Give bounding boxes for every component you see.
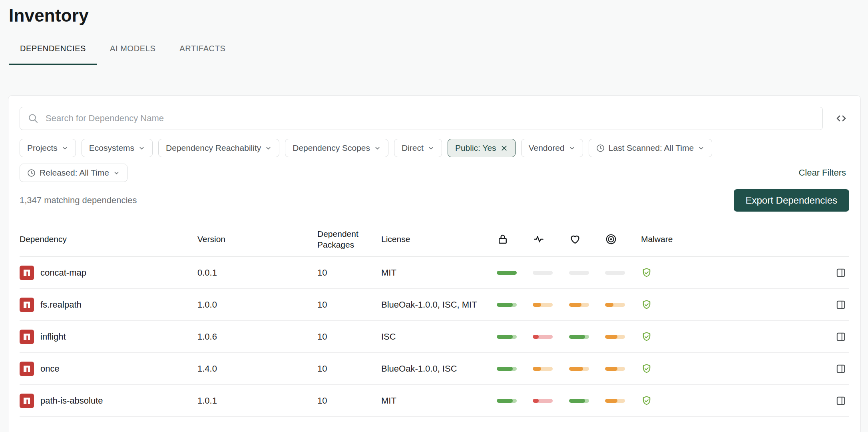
score-bar	[605, 367, 625, 371]
open-side-panel-icon[interactable]	[836, 332, 846, 342]
action-cell	[697, 364, 849, 374]
dependent-packages-cell: 10	[317, 331, 381, 343]
filter-chip-public-yes[interactable]: Public: Yes	[448, 139, 516, 157]
search-row	[20, 107, 849, 130]
action-cell	[697, 396, 849, 406]
clear-filters-link[interactable]: Clear Filters	[798, 168, 846, 178]
remove-filter-icon[interactable]	[500, 144, 508, 152]
malware-cell	[633, 299, 697, 310]
table-body: concat-map0.0.110MITfs.realpath1.0.010Bl…	[20, 257, 849, 417]
open-side-panel-icon[interactable]	[836, 396, 846, 406]
chevron-down-icon	[62, 145, 68, 152]
score-bar	[533, 367, 553, 371]
code-query-icon[interactable]	[835, 112, 848, 125]
filter-chip-dependency-reachability[interactable]: Dependency Reachability	[158, 139, 279, 157]
open-side-panel-icon[interactable]	[836, 268, 846, 278]
shield-check-icon	[641, 331, 652, 342]
dependency-name: fs.realpath	[40, 299, 82, 311]
table-row-once[interactable]: once1.4.010BlueOak-1.0.0, ISC	[20, 353, 849, 385]
search-input[interactable]	[45, 113, 815, 124]
open-side-panel-icon[interactable]	[836, 300, 846, 310]
table-row-path-is-absolute[interactable]: path-is-absolute1.0.110MIT	[20, 385, 849, 417]
score-bar	[497, 399, 517, 403]
score-bar	[533, 399, 553, 403]
chevron-down-icon	[113, 170, 120, 176]
col-header-quality	[525, 233, 561, 245]
npm-icon	[20, 298, 34, 312]
version-cell: 1.0.0	[197, 299, 317, 311]
filter-chip-dependency-scopes[interactable]: Dependency Scopes	[285, 139, 388, 157]
table-row-concat-map[interactable]: concat-map0.0.110MIT	[20, 257, 849, 289]
score-cell-green	[488, 335, 525, 339]
npm-icon	[20, 266, 34, 280]
dependency-name: concat-map	[40, 267, 86, 279]
score-bar	[569, 303, 589, 307]
score-bar	[569, 335, 589, 339]
col-header-malware: Malware	[633, 234, 697, 244]
filter-chip-label: Public: Yes	[455, 143, 496, 153]
filter-row-2-wrap: Released: All Time Clear Filters	[20, 164, 849, 182]
dependent-packages-cell: 10	[317, 363, 381, 375]
malware-cell	[633, 395, 697, 406]
score-bar	[497, 271, 517, 275]
matching-count: 1,347 matching dependencies	[20, 195, 137, 206]
table-header: Dependency Version Dependent Packages Li…	[20, 222, 849, 257]
filter-chip-projects[interactable]: Projects	[20, 139, 76, 157]
filter-chip-label: Released: All Time	[40, 168, 109, 178]
filter-chip-ecosystems[interactable]: Ecosystems	[82, 139, 153, 157]
dependency-cell: concat-map	[20, 266, 197, 280]
action-cell	[697, 300, 849, 310]
dependency-cell: path-is-absolute	[20, 394, 197, 408]
score-cell-orange	[597, 367, 633, 371]
chevron-down-icon	[569, 145, 575, 152]
page-title: Inventory	[0, 0, 868, 26]
filter-chip-label: Ecosystems	[89, 143, 134, 153]
tab-dependencies[interactable]: DEPENDENCIES	[9, 44, 97, 65]
inventory-page: Inventory DEPENDENCIES AI MODELS ARTIFAC…	[0, 0, 868, 432]
summary-row: 1,347 matching dependencies Export Depen…	[20, 189, 849, 212]
chevron-down-icon	[698, 145, 705, 152]
score-bar	[569, 367, 589, 371]
score-cell-green	[488, 399, 525, 403]
search-icon	[27, 112, 39, 124]
score-bar	[605, 399, 625, 403]
dependency-cell: once	[20, 362, 197, 376]
chevron-down-icon	[138, 145, 145, 152]
chevron-down-icon	[428, 145, 434, 152]
license-cell: BlueOak-1.0.0, ISC, MIT	[381, 299, 488, 311]
col-header-supply-chain-security	[488, 233, 525, 245]
heart-icon	[569, 233, 581, 245]
npm-icon	[20, 394, 34, 408]
tab-artifacts[interactable]: ARTIFACTS	[168, 44, 237, 65]
score-cell-empty	[525, 271, 561, 275]
export-dependencies-button[interactable]: Export Dependencies	[734, 189, 849, 212]
dependencies-panel: ProjectsEcosystemsDependency Reachabilit…	[8, 95, 861, 432]
shield-check-icon	[641, 363, 652, 374]
search-box	[20, 107, 823, 130]
score-cell-orange	[597, 399, 633, 403]
score-bar	[497, 303, 517, 307]
score-cell-orange	[525, 367, 561, 371]
dependent-packages-cell: 10	[317, 395, 381, 407]
tab-ai-models[interactable]: AI MODELS	[99, 44, 167, 65]
score-bar	[569, 399, 589, 403]
open-side-panel-icon[interactable]	[836, 364, 846, 374]
malware-cell	[633, 331, 697, 342]
score-cell-orange	[525, 303, 561, 307]
version-cell: 1.0.1	[197, 395, 317, 407]
tab-bar: DEPENDENCIES AI MODELS ARTIFACTS	[9, 44, 868, 65]
filter-chip-direct[interactable]: Direct	[394, 139, 442, 157]
filter-chip-label: Dependency Reachability	[166, 143, 261, 153]
shield-check-icon	[641, 267, 652, 278]
table-row-inflight[interactable]: inflight1.0.610ISC	[20, 321, 849, 353]
score-cell-green	[488, 367, 525, 371]
score-bar	[569, 271, 589, 275]
filter-chip-vendored[interactable]: Vendored	[521, 139, 583, 157]
filter-chip-released-all-time[interactable]: Released: All Time	[20, 164, 127, 182]
table-row-fs-realpath[interactable]: fs.realpath1.0.010BlueOak-1.0.0, ISC, MI…	[20, 289, 849, 321]
filter-chip-label: Last Scanned: All Time	[609, 143, 694, 153]
score-bar	[497, 367, 517, 371]
filter-chip-last-scanned-all-time[interactable]: Last Scanned: All Time	[589, 139, 713, 157]
score-cell-green	[488, 303, 525, 307]
dependency-cell: inflight	[20, 330, 197, 344]
